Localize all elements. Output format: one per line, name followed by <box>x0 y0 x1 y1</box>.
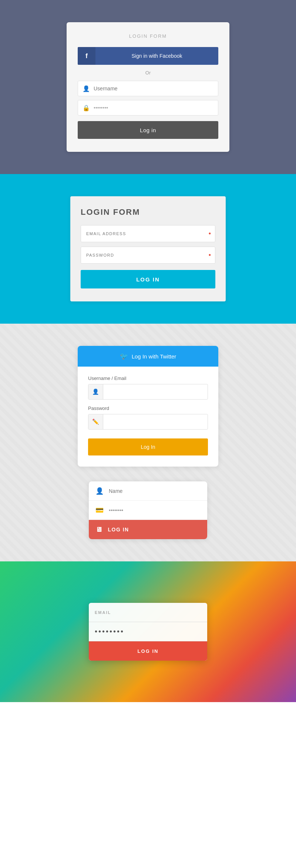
password-required-indicator: • <box>209 252 211 258</box>
login-button-3[interactable]: Log In <box>88 438 208 455</box>
password-input[interactable] <box>109 507 201 513</box>
login-btn4-text: LOG IN <box>108 527 129 533</box>
email-input-row: • <box>81 225 215 242</box>
password-input[interactable] <box>103 419 208 425</box>
password-input-row: 💳 <box>89 501 207 520</box>
login-button-2[interactable]: LOG IN <box>81 270 215 288</box>
email-input[interactable] <box>81 225 215 242</box>
section2: LOGIN FORM • • LOG IN <box>0 174 296 324</box>
name-input-row: 👤 <box>89 481 207 501</box>
card1-title: LOGIN FORM <box>78 33 218 39</box>
twitter-icon: 🐦 <box>120 352 128 360</box>
login-button-4[interactable]: 🖥 LOG IN <box>89 520 207 539</box>
password-input-row: ✏️ <box>88 414 208 430</box>
name-input[interactable] <box>109 488 201 494</box>
or-divider: Or <box>78 70 218 76</box>
password-label: Password <box>88 405 208 411</box>
login-button-1[interactable]: Log in <box>78 121 218 139</box>
email-required-indicator: • <box>209 230 211 237</box>
username-label: Username / Email <box>88 375 208 381</box>
twitter-login-card: 🐦 Log In with Twitter Username / Email 👤… <box>78 346 218 467</box>
password-input[interactable] <box>81 247 215 264</box>
twitter-header: 🐦 Log In with Twitter <box>78 346 218 367</box>
password-field-row: •••••••• <box>89 622 207 641</box>
gradient-login-card: EMAIL •••••••• LOG IN <box>89 603 207 661</box>
card4-body: 👤 💳 🖥 LOG IN <box>89 481 207 539</box>
login-card-1: LOGIN FORM f Sign in with Facebook Or 👤 … <box>67 22 229 152</box>
password-input-row: 🔒 <box>78 100 218 116</box>
user-icon: 👤 <box>88 384 103 399</box>
section4: EMAIL •••••••• LOG IN <box>0 561 296 702</box>
facebook-login-button[interactable]: f Sign in with Facebook <box>78 47 218 65</box>
pencil-icon: ✏️ <box>88 414 103 429</box>
lock-icon: 🔒 <box>83 104 90 111</box>
username-input-row: 👤 <box>88 384 208 400</box>
password-dots: •••••••• <box>95 627 124 636</box>
card2-title: LOGIN FORM <box>81 207 215 217</box>
twitter-btn-text: Log In with Twitter <box>132 353 176 360</box>
username-input[interactable] <box>94 86 213 91</box>
login-card-2: LOGIN FORM • • LOG IN <box>70 196 226 301</box>
card3-body: Username / Email 👤 Password ✏️ Log In <box>78 367 218 455</box>
facebook-icon: f <box>78 47 95 65</box>
password-input[interactable] <box>94 105 213 111</box>
screen-icon: 🖥 <box>95 526 103 534</box>
password-input-row: • <box>81 247 215 264</box>
username-email-input[interactable] <box>103 389 208 395</box>
section3: 🐦 Log In with Twitter Username / Email 👤… <box>0 324 296 561</box>
user-icon: 👤 <box>95 487 104 495</box>
section1: LOGIN FORM f Sign in with Facebook Or 👤 … <box>0 0 296 174</box>
email-label: EMAIL <box>95 610 201 615</box>
card-icon: 💳 <box>95 506 104 514</box>
facebook-btn-text: Sign in with Facebook <box>95 53 218 59</box>
minimal-login-card: 👤 💳 🖥 LOG IN <box>89 481 207 539</box>
login-button-5[interactable]: LOG IN <box>89 641 207 661</box>
email-field-row: EMAIL <box>89 603 207 622</box>
username-input-row: 👤 <box>78 81 218 96</box>
user-icon: 👤 <box>83 85 90 92</box>
